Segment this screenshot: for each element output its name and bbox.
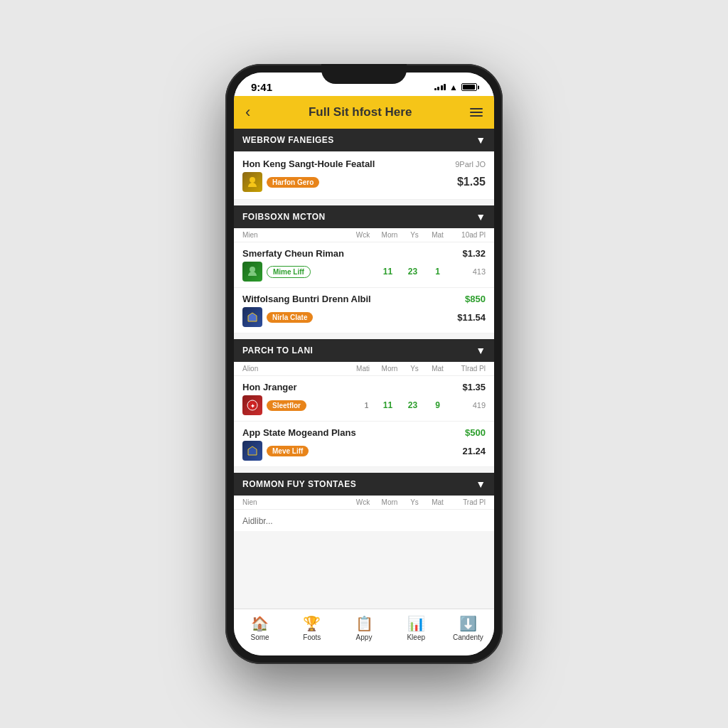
feature-left-1: Harfon Gero <box>242 172 319 192</box>
section-title-1: WEBROW FANEIGES <box>242 135 334 145</box>
stat-morn-3-1: 23 <box>400 400 425 410</box>
stat-extra-3-1: 419 <box>450 401 486 410</box>
stat-ys-2-1: 1 <box>425 267 450 277</box>
status-icons: ▲ <box>434 82 477 92</box>
col-header-trad-4: Trad Pl <box>450 498 486 506</box>
nav-label-some: Some <box>251 633 269 641</box>
battery-icon <box>461 83 477 91</box>
section-header-2[interactable]: FOIBSOXN MCTON ▼ <box>234 205 494 228</box>
nav-item-candenty[interactable]: ⬇️ Candenty <box>442 615 494 641</box>
player-price-green-2-2: $850 <box>465 294 486 304</box>
section-header-1[interactable]: WEBROW FANEIGES ▼ <box>234 129 494 151</box>
nav-label-foots: Foots <box>303 633 321 641</box>
clipboard-icon: 📋 <box>355 615 373 632</box>
col-header-morn-3: Morn <box>375 365 404 373</box>
section-header-4[interactable]: ROMMON FUY STONTAES ▼ <box>234 473 494 496</box>
menu-button[interactable] <box>470 108 483 117</box>
player-row-3-2[interactable]: App State Mogeand Plans $500 Meve Liff 2… <box>234 422 494 467</box>
scroll-content[interactable]: WEBROW FANEIGES ▼ Hon Keng Sangt-Houle F… <box>234 129 494 609</box>
col-header-mat-3: Mat <box>425 365 450 373</box>
col-header-wck-4: Wck <box>350 498 375 506</box>
feature-row-1[interactable]: Hon Keng Sangt-Houle Featall 9Parl JO Ha… <box>234 151 494 200</box>
status-badge-3-2: Meve Liff <box>267 446 309 456</box>
stat-wck-3-1: 11 <box>375 400 400 410</box>
stat-morn-2-1: 23 <box>400 267 425 277</box>
nav-item-some[interactable]: 🏠 Some <box>234 615 286 641</box>
signal-bar-2 <box>437 87 439 90</box>
col-header-name-3: Alion <box>242 365 350 373</box>
status-badge-3-1: Sleetflor <box>267 400 306 411</box>
stat-wck-2-1: 11 <box>375 267 400 277</box>
app-header: ‹ Full Sit hfost Here <box>234 96 494 129</box>
col-header-wck-2: Wck <box>350 231 375 239</box>
svg-marker-5 <box>248 446 257 455</box>
phone-frame: 9:41 ▲ ‹ Full Sit hfost Here <box>225 64 503 664</box>
nav-item-kleep[interactable]: 📊 Kleep <box>390 615 442 641</box>
section-chevron-1: ▼ <box>476 134 486 146</box>
player-row-2-1[interactable]: Smerfaty Cheun Riman $1.32 Mime Liff 11 <box>234 242 494 288</box>
section-chevron-2: ▼ <box>476 211 486 223</box>
status-time: 9:41 <box>251 81 272 93</box>
player-name-2-1: Smerfaty Cheun Riman <box>242 248 462 259</box>
menu-line-3 <box>470 115 483 117</box>
feature-meta-1: Harfon Gero $1.35 <box>242 172 486 192</box>
player-price2-3-2: 21.24 <box>462 446 486 456</box>
section-title-4: ROMMON FUY STONTAES <box>242 479 356 489</box>
player-meta-2-1: Mime Liff 11 23 1 413 <box>242 262 486 282</box>
col-header-morn-4: Morn <box>375 498 404 506</box>
nav-item-foots[interactable]: 🏆 Foots <box>286 615 338 641</box>
page-title: Full Sit hfost Here <box>250 105 470 119</box>
status-badge-1: Harfon Gero <box>267 177 319 188</box>
nav-label-candenty: Candenty <box>453 633 483 641</box>
feature-name-1: Hon Keng Sangt-Houle Featall <box>242 159 375 169</box>
player-price-green-3-2: $500 <box>465 427 486 438</box>
col-header-name-4: Nien <box>242 498 350 506</box>
player-meta-3-1: ✦ Sleetflor 1 11 23 9 419 <box>242 395 486 415</box>
status-badge-2-1: Mime Liff <box>267 266 311 278</box>
player-meta-3-2: Meve Liff 21.24 <box>242 441 486 461</box>
nav-label-appy: Appy <box>356 633 373 641</box>
svg-text:✦: ✦ <box>250 403 255 410</box>
signal-bar-3 <box>441 85 443 90</box>
team-logo-3-1: ✦ <box>242 395 262 415</box>
player-top-3-2: App State Mogeand Plans $500 <box>242 427 486 438</box>
feature-date-1: 9Parl JO <box>455 160 486 168</box>
table-header-4: Nien Wck Morn Ys Mat Trad Pl <box>234 496 494 510</box>
cutoff-row: Aidlibr... <box>234 510 494 531</box>
section-title-2: FOIBSOXN MCTON <box>242 212 326 222</box>
svg-point-1 <box>250 267 255 272</box>
stat-cols-3-1: 1 <box>358 402 375 410</box>
team-logo-2-1 <box>242 262 262 282</box>
table-header-2: Mien Wck Morn Ys Mat 10ad Pl <box>234 228 494 242</box>
section-parch: PARCH TO LANI ▼ Alion Mati Morn Ys Mat T… <box>234 339 494 467</box>
svg-marker-2 <box>248 313 257 321</box>
section-chevron-4: ▼ <box>476 478 486 490</box>
player-price-3-1: $1.35 <box>462 382 486 392</box>
feature-price-1: $1.35 <box>457 176 486 188</box>
section-foibsoxn: FOIBSOXN MCTON ▼ Mien Wck Morn Ys Mat 10… <box>234 205 494 333</box>
status-badge-2-2: Nirla Clate <box>267 312 313 323</box>
signal-bar-1 <box>434 88 437 90</box>
col-header-mat-4: Mat <box>425 498 450 506</box>
trophy-icon: 🏆 <box>303 615 321 632</box>
player-row-2-2[interactable]: Witfolsang Buntri Drenn Albil $850 Nirla… <box>234 288 494 333</box>
section-header-3[interactable]: PARCH TO LANI ▼ <box>234 339 494 362</box>
player-left-3-2: Meve Liff <box>242 441 309 461</box>
back-button[interactable]: ‹ <box>245 103 250 122</box>
section-title-3: PARCH TO LANI <box>242 346 313 355</box>
player-top-2-2: Witfolsang Buntri Drenn Albil $850 <box>242 294 486 304</box>
nav-item-appy[interactable]: 📋 Appy <box>338 615 390 641</box>
col-header-trad-2: 10ad Pl <box>450 231 486 239</box>
col-header-name-2: Mien <box>242 231 350 239</box>
bottom-nav: 🏠 Some 🏆 Foots 📋 Appy 📊 Kleep ⬇️ Candent… <box>234 609 494 655</box>
player-left-2-2: Nirla Clate <box>242 307 313 327</box>
download-icon: ⬇️ <box>459 615 477 632</box>
phone-screen: 9:41 ▲ ‹ Full Sit hfost Here <box>234 73 494 655</box>
notch <box>321 64 407 84</box>
battery-fill <box>463 85 475 90</box>
menu-line-1 <box>470 108 483 109</box>
col-header-morn-2: Morn <box>375 231 404 239</box>
player-row-3-1[interactable]: Hon Jranger $1.35 ✦ Sleetflor 1 11 <box>234 376 494 422</box>
signal-bars-icon <box>434 84 446 90</box>
menu-line-2 <box>470 112 483 113</box>
